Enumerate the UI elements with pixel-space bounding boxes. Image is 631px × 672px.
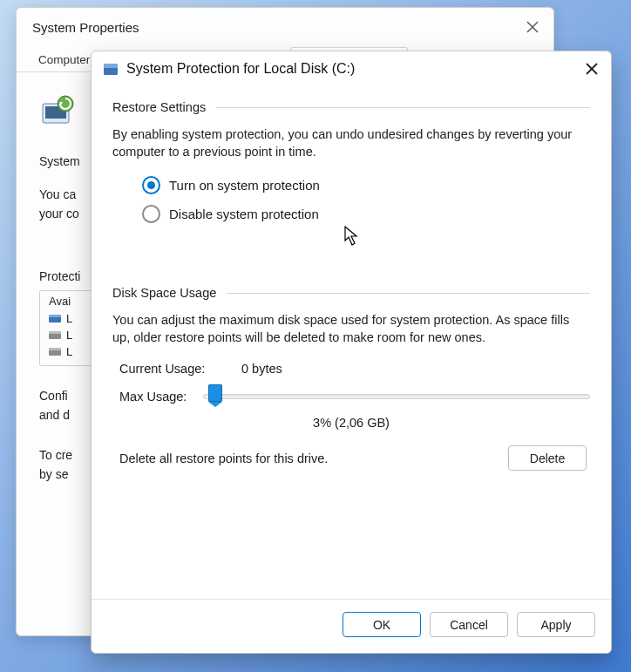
divider [227, 293, 590, 294]
dialog-footer: OK Cancel Apply [92, 599, 611, 653]
svg-rect-9 [49, 331, 61, 334]
radio-icon [142, 176, 160, 194]
system-protection-dialog: System Protection for Local Disk (C:) Re… [91, 51, 612, 654]
max-usage-value: 3% (2,06 GB) [112, 416, 590, 430]
section-disk-space: Disk Space Usage [112, 286, 590, 300]
delete-button[interactable]: Delete [508, 445, 587, 471]
radio-label: Disable system protection [169, 207, 319, 221]
apply-button[interactable]: Apply [517, 612, 595, 637]
current-usage-label: Current Usage: [119, 362, 241, 376]
dialog-close-button[interactable] [583, 60, 600, 78]
section-label: Restore Settings [112, 100, 206, 114]
radio-label: Turn on system protection [169, 178, 320, 193]
close-icon [526, 21, 539, 33]
slider-thumb[interactable] [208, 384, 222, 402]
max-usage-label: Max Usage: [119, 390, 203, 404]
divider [216, 107, 590, 108]
svg-rect-10 [49, 350, 61, 356]
disk-space-desc: You can adjust the maximum disk space us… [112, 312, 590, 346]
dialog-titlebar: System Protection for Local Disk (C:) [92, 51, 611, 85]
restore-radio-group: Turn on system protection Disable system… [112, 176, 590, 223]
cancel-button[interactable]: Cancel [430, 612, 508, 637]
radio-icon [142, 205, 160, 223]
max-usage-slider[interactable] [203, 394, 590, 399]
restore-settings-desc: By enabling system protection, you can u… [112, 126, 590, 160]
current-usage-value: 0 bytes [241, 362, 282, 376]
ok-button[interactable]: OK [343, 612, 421, 637]
radio-turn-on[interactable]: Turn on system protection [142, 176, 590, 194]
section-label: Disk Space Usage [112, 286, 216, 300]
delete-restore-points-row: Delete all restore points for this drive… [119, 445, 587, 471]
svg-rect-13 [104, 64, 118, 68]
close-icon [586, 63, 598, 75]
current-usage-row: Current Usage: 0 bytes [119, 362, 590, 376]
dialog-title: System Protection for Local Disk (C:) [126, 61, 583, 77]
drive-icon [49, 331, 61, 340]
system-restore-icon [39, 95, 78, 130]
delete-description: Delete all restore points for this drive… [119, 451, 328, 465]
drive-icon [49, 315, 61, 323]
svg-rect-12 [104, 67, 118, 75]
drive-icon [104, 62, 118, 76]
max-usage-row: Max Usage: [119, 390, 590, 404]
drive-icon [49, 348, 61, 356]
parent-close-button[interactable] [524, 18, 541, 36]
parent-titlebar: System Properties [17, 8, 553, 46]
svg-rect-11 [49, 348, 61, 350]
svg-rect-8 [49, 333, 61, 339]
svg-rect-6 [49, 316, 61, 322]
dialog-body: Restore Settings By enabling system prot… [92, 85, 611, 592]
section-restore-settings: Restore Settings [112, 100, 590, 114]
radio-disable[interactable]: Disable system protection [142, 205, 590, 223]
svg-rect-7 [49, 315, 61, 317]
parent-title: System Properties [32, 20, 139, 35]
